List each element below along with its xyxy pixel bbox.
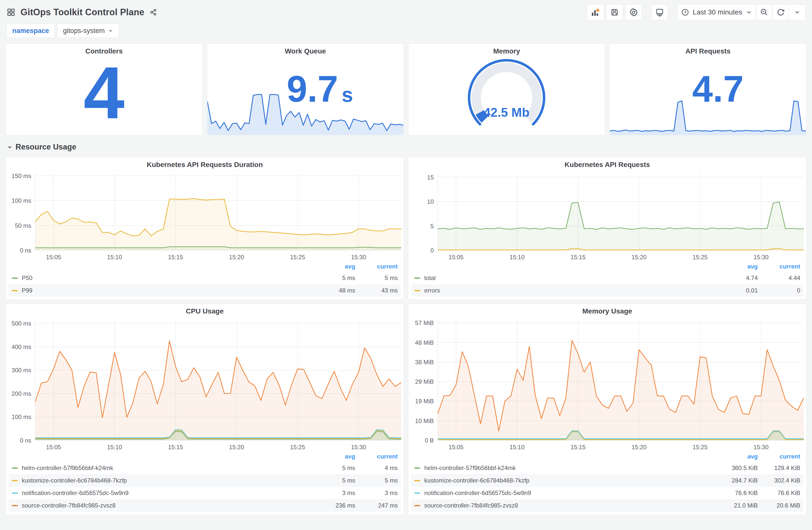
panel-api-requests: API Requests 4.7 — [609, 44, 807, 135]
work-queue-value: 9.7 s — [222, 68, 404, 110]
memory-usage-chart[interactable]: 15:0515:1015:1515:2015:2515:300 B10 MiB1… — [408, 316, 806, 451]
series-name[interactable]: helm-controller-57f9b56bbf-k24mk — [424, 465, 715, 471]
svg-text:15:15: 15:15 — [168, 444, 183, 451]
svg-text:500 ms: 500 ms — [12, 320, 31, 327]
variables-row: namespace gitops-system — [6, 24, 806, 38]
add-panel-button[interactable] — [587, 4, 604, 20]
series-name[interactable]: kustomize-controller-6c6784b468-7kzfp — [22, 477, 313, 484]
legend-col-current[interactable]: current — [758, 453, 800, 460]
series-current: 20.6 MiB — [758, 502, 800, 509]
panel-title[interactable]: API Requests — [610, 44, 806, 56]
legend-col-avg[interactable]: avg — [715, 453, 758, 460]
series-name[interactable]: source-controller-7fb84fc985-zvsz8 — [424, 502, 715, 509]
panel-title[interactable]: Memory Usage — [408, 304, 806, 316]
panel-title[interactable]: Work Queue — [207, 44, 404, 56]
section-resource-usage[interactable]: Resource Usage — [6, 141, 806, 153]
series-name[interactable]: source-controller-7fb84fc985-zvsz8 — [22, 502, 313, 509]
svg-text:0 B: 0 B — [425, 437, 434, 444]
zoom-out-time-button[interactable] — [756, 4, 772, 20]
share-icon[interactable] — [149, 8, 157, 16]
svg-text:10: 10 — [427, 198, 434, 205]
k8s-api-requests-chart[interactable]: 15:0515:1015:1515:2015:2515:30051015 — [408, 170, 806, 261]
series-avg: 284.7 KiB — [715, 477, 758, 484]
memory-gauge: 42.5 Mb — [464, 55, 549, 135]
panel-title[interactable]: Kubernetes API Requests — [408, 157, 806, 170]
panel-title[interactable]: Memory — [408, 44, 605, 56]
legend-row: helm-controller-57f9b56bbf-k24mk5 ms4 ms — [9, 462, 401, 474]
series-name[interactable]: P99 — [22, 287, 313, 294]
svg-text:0: 0 — [431, 247, 434, 254]
series-name[interactable]: errors — [424, 287, 715, 294]
settings-button[interactable] — [625, 4, 642, 20]
save-dashboard-button[interactable] — [606, 4, 623, 20]
svg-text:15:10: 15:10 — [107, 444, 122, 451]
series-avg: 48 ms — [313, 287, 355, 294]
refresh-interval-button[interactable] — [789, 4, 806, 20]
panel-work-queue: Work Queue 9.7 s — [207, 44, 404, 135]
legend-row: P9948 ms43 ms — [9, 284, 401, 297]
series-current: 5 ms — [355, 275, 398, 281]
cycle-view-button[interactable] — [651, 4, 668, 20]
panel-memory-gauge: Memory 42.5 Mb — [408, 44, 605, 135]
series-name[interactable]: notification-controller-6d56575dc-5w9n9 — [424, 489, 715, 497]
svg-text:15:25: 15:25 — [290, 254, 305, 261]
series-avg: 21.0 MiB — [715, 502, 758, 509]
namespace-variable-label[interactable]: namespace — [6, 24, 55, 38]
series-avg: 76.6 KiB — [715, 489, 758, 497]
legend-col-current[interactable]: current — [355, 263, 398, 270]
panel-title[interactable]: Kubernetes API Requests Duration — [6, 157, 404, 170]
series-swatch — [12, 480, 18, 481]
svg-text:15:10: 15:10 — [510, 254, 525, 261]
chart-row-2: CPU Usage 15:0515:1015:1515:2015:2515:30… — [5, 304, 807, 515]
legend-col-current[interactable]: current — [758, 263, 800, 270]
svg-text:10 MiB: 10 MiB — [415, 417, 434, 424]
time-range-label: Last 30 minutes — [693, 8, 742, 16]
legend-col-current[interactable]: current — [355, 453, 398, 460]
legend-row: source-controller-7fb84fc985-zvsz821.0 M… — [411, 499, 803, 512]
legend-header: avg current — [9, 261, 401, 272]
legend-header: avg current — [411, 451, 803, 462]
series-avg: 5 ms — [313, 465, 355, 471]
namespace-variable-select[interactable]: gitops-system — [57, 24, 119, 38]
svg-text:15:30: 15:30 — [351, 254, 366, 261]
section-title: Resource Usage — [15, 143, 76, 151]
series-avg: 5 ms — [313, 477, 355, 484]
svg-text:15:30: 15:30 — [753, 254, 768, 261]
series-current: 76.6 KiB — [758, 489, 800, 497]
svg-text:15:30: 15:30 — [351, 444, 366, 451]
series-swatch — [12, 290, 18, 291]
svg-text:15:05: 15:05 — [449, 444, 464, 451]
series-name[interactable]: kustomize-controller-6c6784b468-7kzfp — [424, 477, 715, 484]
series-name[interactable]: P50 — [22, 275, 313, 281]
svg-text:15:05: 15:05 — [46, 254, 61, 261]
apps-grid-icon[interactable] — [6, 8, 15, 17]
series-name[interactable]: helm-controller-57f9b56bbf-k24mk — [22, 465, 313, 471]
chevron-down-icon — [794, 9, 800, 15]
legend-row: source-controller-7fb84fc985-zvsz8236 ms… — [9, 499, 401, 512]
stat-row: Controllers 4 Work Queue 9.7 s Memory 42… — [5, 44, 807, 135]
cpu-usage-chart[interactable]: 15:0515:1015:1515:2015:2515:300 ns100 ms… — [6, 316, 404, 451]
series-swatch — [12, 468, 18, 469]
legend-col-avg[interactable]: avg — [715, 263, 758, 270]
legend: avg current P505 ms5 msP9948 ms43 ms — [6, 261, 404, 298]
time-range-picker[interactable]: Last 30 minutes — [678, 4, 756, 20]
series-current: 4.44 — [758, 275, 800, 281]
series-swatch — [414, 468, 420, 469]
controllers-value: 4 — [6, 44, 202, 135]
refresh-button[interactable] — [772, 4, 789, 20]
series-swatch — [12, 492, 18, 494]
k8s-api-requests-duration-chart[interactable]: 15:0515:1015:1515:2015:2515:300 ns50 ms1… — [6, 170, 404, 261]
legend-row: errors0.010 — [411, 284, 803, 297]
series-name[interactable]: total — [424, 275, 715, 281]
legend-col-avg[interactable]: avg — [313, 453, 355, 460]
panel-title[interactable]: CPU Usage — [6, 304, 404, 316]
series-name[interactable]: notification-controller-6d56575dc-5w9n9 — [22, 489, 313, 497]
panel-controllers: Controllers 4 — [5, 44, 203, 135]
panel-memory-usage: Memory Usage 15:0515:1015:1515:2015:2515… — [408, 304, 807, 515]
series-current: 4 ms — [355, 465, 398, 471]
svg-text:15:10: 15:10 — [107, 254, 122, 261]
svg-text:15:20: 15:20 — [229, 444, 244, 451]
legend: avg current total4.744.44errors0.010 — [408, 261, 806, 298]
legend-col-avg[interactable]: avg — [313, 263, 355, 270]
legend-header: avg current — [9, 451, 401, 462]
